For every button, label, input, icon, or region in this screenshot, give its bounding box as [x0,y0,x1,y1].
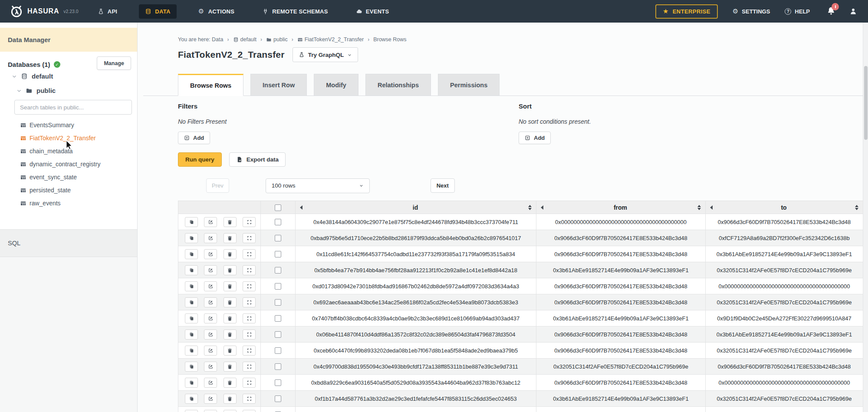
clone-row-button[interactable] [185,378,198,388]
delete-row-button[interactable] [224,297,237,307]
delete-row-button[interactable] [224,265,237,275]
next-page-button[interactable]: Next [431,178,455,193]
tab-permissions[interactable]: Permissions [438,74,500,96]
export-data-button[interactable]: Export data [229,152,286,167]
hasura-logo-icon[interactable] [10,4,23,18]
nav-item-events[interactable]: EVENTS [350,4,395,19]
expand-row-button[interactable] [243,330,256,339]
row-checkbox[interactable] [275,267,281,274]
expand-row-button[interactable] [243,249,256,259]
tree-node-database[interactable]: default [12,73,53,80]
help-button[interactable]: ? HELP [785,8,810,15]
edit-row-button[interactable] [204,217,217,227]
settings-button[interactable]: ⚙ SETTINGS [733,8,770,15]
edit-row-button[interactable] [204,330,217,339]
sidebar-item-persisted-state[interactable]: persisted_state [0,184,137,197]
clone-row-button[interactable] [185,330,198,339]
breadcrumb-table[interactable]: FiatTokenV2_2_Transfer [305,36,364,43]
row-checkbox[interactable] [275,396,281,402]
row-checkbox[interactable] [275,363,281,370]
expand-row-button[interactable] [243,233,256,243]
row-checkbox[interactable] [275,331,281,338]
sort-column-icon[interactable] [697,205,701,210]
nav-item-data[interactable]: DATA [139,4,176,19]
notifications-button[interactable] [826,6,836,16]
column-header-from[interactable]: from [536,201,706,214]
search-tables-input[interactable] [14,100,132,115]
edit-row-button[interactable] [204,249,217,259]
expand-row-button[interactable] [243,313,256,323]
clone-row-button[interactable] [185,394,198,404]
edit-row-button[interactable] [204,281,217,291]
clone-row-button[interactable] [185,281,198,291]
edit-row-button[interactable] [204,378,217,388]
edit-row-button[interactable] [204,297,217,307]
select-all-checkbox[interactable] [275,204,281,211]
delete-row-button[interactable] [224,362,237,372]
enterprise-button[interactable]: ★ ENTERPRISE [655,4,718,19]
tab-relationships[interactable]: Relationships [365,74,431,96]
edit-row-button[interactable] [204,410,217,412]
delete-row-button[interactable] [224,410,237,412]
row-checkbox[interactable] [275,283,281,290]
expand-row-button[interactable] [243,346,256,356]
expand-row-button[interactable] [243,410,256,412]
delete-row-button[interactable] [224,346,237,356]
clone-row-button[interactable] [185,297,198,307]
edit-row-button[interactable] [204,362,217,372]
expand-row-button[interactable] [243,281,256,291]
sort-column-icon[interactable] [855,205,858,210]
clone-row-button[interactable] [185,249,198,259]
row-checkbox[interactable] [275,235,281,241]
sidebar-item-sql[interactable]: SQL [0,229,137,257]
expand-row-button[interactable] [243,265,256,275]
expand-row-button[interactable] [243,217,256,227]
delete-row-button[interactable] [224,233,237,243]
prev-page-button[interactable]: Prev [206,178,229,193]
chevron-down-icon[interactable] [12,74,17,79]
scrollbar-thumb[interactable] [864,66,868,140]
add-sort-button[interactable]: Add [519,132,551,144]
delete-row-button[interactable] [224,394,237,404]
delete-row-button[interactable] [224,217,237,227]
edit-row-button[interactable] [204,233,217,243]
delete-row-button[interactable] [224,249,237,259]
page-size-select[interactable]: 100 rows [266,178,370,193]
expand-row-button[interactable] [243,378,256,388]
vertical-scrollbar[interactable] [863,23,868,412]
clone-row-button[interactable] [185,217,198,227]
expand-row-button[interactable] [243,394,256,404]
edit-row-button[interactable] [204,313,217,323]
expand-row-button[interactable] [243,297,256,307]
row-checkbox[interactable] [275,347,281,354]
delete-row-button[interactable] [224,378,237,388]
row-checkbox[interactable] [275,315,281,322]
edit-row-button[interactable] [204,394,217,404]
clone-row-button[interactable] [185,346,198,356]
row-checkbox[interactable] [275,219,281,225]
tab-modify[interactable]: Modify [314,74,358,96]
sidebar-item-eventssummary[interactable]: EventsSummary [0,119,137,132]
run-query-button[interactable]: Run query [178,152,222,167]
clone-row-button[interactable] [185,410,198,412]
clone-row-button[interactable] [185,313,198,323]
tab-browse-rows[interactable]: Browse Rows [178,74,243,96]
clone-row-button[interactable] [185,265,198,275]
sort-column-icon[interactable] [528,205,532,210]
nav-item-actions[interactable]: ⚙ ACTIONS [192,4,241,19]
user-menu-button[interactable] [849,7,858,16]
edit-row-button[interactable] [204,265,217,275]
breadcrumb-data[interactable]: Data [212,36,223,43]
sidebar-item-event-sync-state[interactable]: event_sync_state [0,171,137,184]
tab-insert-row[interactable]: Insert Row [250,74,307,96]
breadcrumb-browse-rows[interactable]: Browse Rows [373,36,406,43]
nav-item-remote-schemas[interactable]: REMOTE SCHEMAS [256,4,334,19]
try-graphql-button[interactable]: Try GraphQL [293,47,358,62]
column-header-to[interactable]: to [706,201,863,214]
sidebar-item-dynamic-contract-registry[interactable]: dynamic_contract_registry [0,158,137,171]
breadcrumb-public[interactable]: public [273,36,288,43]
manage-button[interactable]: Manage [97,56,131,70]
column-header-id[interactable]: id [296,201,536,214]
edit-row-button[interactable] [204,346,217,356]
row-checkbox[interactable] [275,299,281,306]
